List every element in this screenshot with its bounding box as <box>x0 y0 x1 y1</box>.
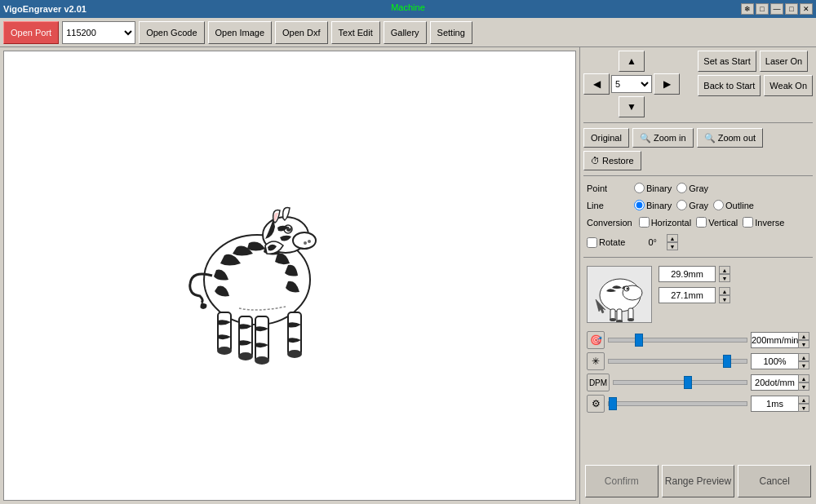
height-input[interactable] <box>659 287 716 303</box>
app-title: VigoEngraver v2.01 <box>3 4 86 14</box>
power-down-button[interactable]: ▼ <box>798 361 809 369</box>
laser-on-button[interactable]: Laser On <box>760 51 808 72</box>
restore-icon: ⏱ <box>591 156 600 166</box>
width-up-button[interactable]: ▲ <box>719 266 730 274</box>
icon-btn-1[interactable]: ❄ <box>741 3 754 15</box>
speed-icon: 🎯 <box>587 331 605 349</box>
interval-input-group: ▲ ▼ <box>751 396 809 412</box>
original-button[interactable]: Original <box>583 128 629 148</box>
step-select[interactable]: 5 1 10 <box>611 75 652 93</box>
svg-point-4 <box>304 241 307 245</box>
interval-slider[interactable] <box>608 401 747 406</box>
svg-rect-13 <box>288 312 301 355</box>
horizontal-checkbox[interactable] <box>639 217 650 228</box>
action-row-2: Back to Start Weak On <box>698 75 813 96</box>
nav-down-button[interactable]: ▼ <box>619 96 645 117</box>
power-value-input[interactable] <box>751 353 798 369</box>
confirm-button[interactable]: Confirm <box>585 465 659 497</box>
svg-point-10 <box>238 352 253 360</box>
line-outline-radio[interactable] <box>713 200 724 210</box>
speed-slider[interactable] <box>608 338 747 343</box>
vertical-label: Vertical <box>708 218 738 228</box>
height-row: ▲ ▼ <box>659 287 730 303</box>
line-radio-group: Binary Gray Outline <box>634 200 754 210</box>
set-start-button[interactable]: Set as Start <box>698 51 756 72</box>
vertical-checkbox[interactable] <box>696 217 707 228</box>
dpm-slider-row: DPM ▲ ▼ <box>587 374 809 391</box>
dpm-slider[interactable] <box>613 380 747 385</box>
svg-point-20 <box>627 288 629 290</box>
gallery-button[interactable]: Gallery <box>384 21 427 44</box>
maximize-button[interactable]: □ <box>785 3 798 15</box>
interval-up-button[interactable]: ▲ <box>798 396 809 404</box>
zoom-in-icon: 🔍 <box>640 133 651 144</box>
line-gray-radio[interactable] <box>676 200 687 210</box>
text-edit-button[interactable]: Text Edit <box>331 21 380 44</box>
right-panel: ▲ ◀ 5 1 10 ▶ ▼ Set as Start Laser On <box>579 47 816 504</box>
svg-point-3 <box>308 240 311 243</box>
height-up-button[interactable]: ▲ <box>719 287 730 295</box>
dpm-value-input[interactable] <box>751 374 798 391</box>
canvas-area <box>3 51 576 501</box>
point-gray-radio[interactable] <box>676 183 687 193</box>
open-image-button[interactable]: Open Image <box>208 21 273 44</box>
horizontal-option: Horizontal <box>639 217 692 228</box>
rotate-label: Rotate <box>599 237 625 247</box>
point-gray-label: Gray <box>689 183 708 193</box>
point-binary-radio[interactable] <box>634 183 645 193</box>
rotate-checkbox[interactable] <box>587 237 597 248</box>
toolbar: Open Port 115200 Open Gcode Open Image O… <box>0 18 816 47</box>
line-binary-option: Binary <box>634 200 672 210</box>
open-port-button[interactable]: Open Port <box>3 21 59 44</box>
rotate-down-button[interactable]: ▼ <box>667 242 678 250</box>
interval-down-button[interactable]: ▼ <box>798 404 809 412</box>
power-slider[interactable] <box>608 359 747 364</box>
svg-point-24 <box>610 318 616 321</box>
nav-left-button[interactable]: ◀ <box>583 73 610 95</box>
height-spinner: ▲ ▼ <box>719 287 730 303</box>
zoom-out-button[interactable]: 🔍 Zoom out <box>697 128 763 148</box>
nav-cross: ▲ ◀ 5 1 10 ▶ ▼ <box>583 51 680 117</box>
interval-value-input[interactable] <box>751 396 798 412</box>
power-up-button[interactable]: ▲ <box>798 353 809 361</box>
point-label: Point <box>587 183 628 193</box>
width-down-button[interactable]: ▼ <box>719 274 730 282</box>
zoom-in-label: Zoom in <box>654 133 686 143</box>
speed-value-input[interactable] <box>751 332 798 348</box>
speed-input-group: ▲ ▼ <box>751 332 809 348</box>
divider-1 <box>583 122 813 123</box>
rotate-up-button[interactable]: ▲ <box>667 234 678 242</box>
inverse-checkbox[interactable] <box>743 217 753 228</box>
height-down-button[interactable]: ▼ <box>719 295 730 303</box>
machine-status: Machine <box>391 2 425 12</box>
back-to-start-button[interactable]: Back to Start <box>698 75 761 96</box>
open-dxf-button[interactable]: Open Dxf <box>275 21 327 44</box>
zoom-in-button[interactable]: 🔍 Zoom in <box>632 128 694 148</box>
interval-slider-row: ⚙ ▲ ▼ <box>587 395 809 413</box>
speed-down-button[interactable]: ▼ <box>798 340 809 348</box>
setting-button[interactable]: Setting <box>430 21 472 44</box>
line-binary-label: Binary <box>646 201 672 210</box>
nav-and-actions: ▲ ◀ 5 1 10 ▶ ▼ Set as Start Laser On <box>583 51 813 117</box>
zoom-out-icon: 🔍 <box>704 133 716 144</box>
restore-button[interactable]: ⏱ Restore <box>583 151 641 170</box>
svg-rect-8 <box>239 316 252 357</box>
divider-3 <box>583 257 813 258</box>
dpm-up-button[interactable]: ▲ <box>798 374 809 382</box>
cancel-button[interactable]: Cancel <box>738 465 811 497</box>
dpm-down-button[interactable]: ▼ <box>798 382 809 391</box>
width-input[interactable] <box>659 266 716 282</box>
close-button[interactable]: ✕ <box>800 3 813 15</box>
speed-up-button[interactable]: ▲ <box>798 332 809 340</box>
line-binary-radio[interactable] <box>634 200 645 210</box>
range-preview-button[interactable]: Range Preview <box>662 465 735 497</box>
open-gcode-button[interactable]: Open Gcode <box>139 21 204 44</box>
port-select[interactable]: 115200 <box>62 21 135 44</box>
nav-up-button[interactable]: ▲ <box>619 51 645 72</box>
weak-on-button[interactable]: Weak On <box>764 75 813 96</box>
zoom-out-label: Zoom out <box>718 133 756 143</box>
line-gray-label: Gray <box>689 201 708 210</box>
nav-right-button[interactable]: ▶ <box>654 73 680 95</box>
icon-btn-2[interactable]: □ <box>756 3 769 15</box>
minimize-button[interactable]: — <box>770 3 783 15</box>
